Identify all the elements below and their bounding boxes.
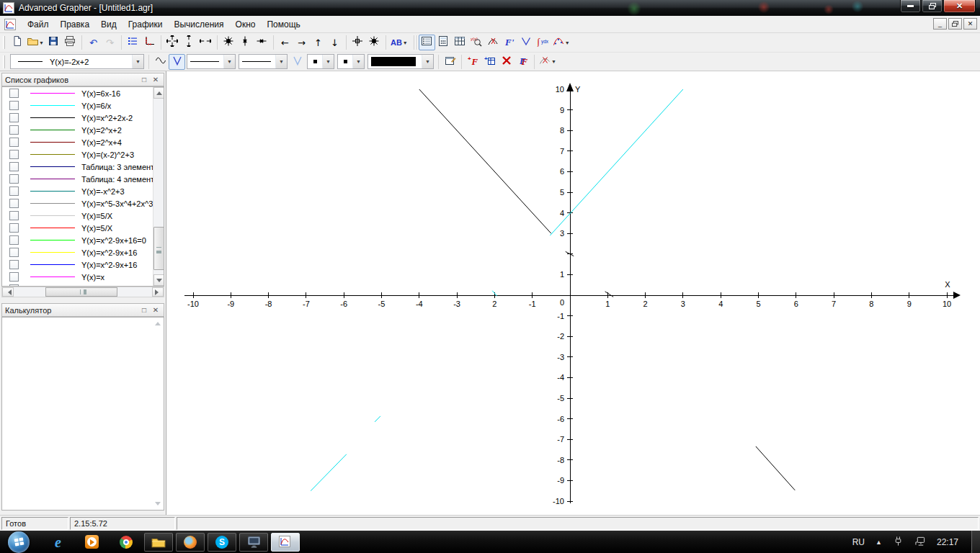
graph-list-item[interactable]: Y(x)=x^2+2x-2 — [2, 112, 164, 124]
graph-list-item[interactable]: Таблица: 3 элементов — [2, 161, 164, 173]
derivative-button[interactable]: F' — [502, 35, 518, 50]
graph-list-item[interactable]: Y(x)=6/x — [2, 99, 164, 112]
line-width-combo[interactable]: ▼ — [239, 54, 288, 69]
graph-visible-checkbox[interactable] — [9, 174, 19, 184]
center-axes-button[interactable] — [349, 35, 366, 50]
function-combo-arrow[interactable]: ▼ — [132, 55, 143, 68]
graph-visible-checkbox[interactable] — [9, 125, 19, 135]
graph-list-item[interactable]: Y(x)=5/X — [2, 210, 164, 222]
network-icon[interactable] — [914, 536, 926, 549]
minimize-button[interactable] — [900, 0, 921, 13]
undo-button[interactable]: ↶ — [85, 35, 102, 50]
toolbar-grip[interactable] — [3, 36, 5, 49]
graph-list-item[interactable]: Y(x)=5/X — [2, 222, 164, 234]
regression-button[interactable]: ▼ — [551, 35, 571, 50]
advanced-grapher-taskbar-button[interactable] — [271, 533, 300, 552]
mdi-minimize-button[interactable]: _ — [933, 18, 947, 30]
point-size-combo[interactable]: ▼ — [337, 54, 365, 69]
graph-visible-checkbox[interactable] — [9, 272, 19, 282]
redo-button[interactable]: ↷ — [102, 35, 118, 50]
move-left-button[interactable]: ← — [277, 35, 293, 50]
graph-visible-checkbox[interactable] — [9, 113, 19, 122]
zoom-in-y-button[interactable] — [237, 35, 254, 50]
calculator-scrollbar[interactable] — [153, 318, 163, 509]
graph-list-item[interactable]: Y(x)=x — [2, 271, 164, 283]
menu-graphs[interactable]: Графики — [122, 17, 169, 32]
labels-button[interactable]: AB▼ — [389, 35, 409, 50]
tray-expand-icon[interactable]: ▲ — [876, 539, 882, 546]
vscroll-thumb[interactable] — [153, 227, 164, 270]
zoom-in-x-button[interactable] — [254, 35, 270, 50]
internet-explorer-icon[interactable]: e — [41, 531, 75, 553]
graph-list-panel-toggle[interactable] — [419, 35, 435, 50]
graph-list-item[interactable]: Таблица: 4 элементов — [2, 173, 164, 185]
calculator-panel[interactable] — [1, 317, 164, 511]
point-style-combo[interactable]: ▼ — [307, 54, 334, 69]
shrink-to-center-button[interactable] — [366, 35, 383, 50]
graph-visible-checkbox[interactable] — [9, 260, 19, 269]
smooth-curve-button[interactable] — [152, 54, 169, 70]
move-down-button[interactable]: ↓ — [326, 35, 343, 50]
move-up-button[interactable]: ↑ — [310, 35, 326, 50]
graph-list-item[interactable]: Y(x)=2^x+2 — [2, 124, 164, 136]
value-trace-button[interactable]: y(x) — [468, 35, 485, 50]
panel-close-icon[interactable]: ✕ — [151, 75, 161, 84]
scroll-left-icon[interactable] — [2, 287, 14, 297]
menu-window[interactable]: Окно — [230, 17, 262, 32]
zoom-in-all-button[interactable] — [220, 35, 237, 50]
integral-button[interactable]: ∫ydx — [535, 35, 551, 50]
edit-function-button[interactable]: FF — [514, 54, 531, 70]
menu-calculations[interactable]: Вычисления — [168, 17, 229, 32]
graph-visible-checkbox[interactable] — [9, 223, 19, 233]
line-color-combo[interactable]: ▼ — [368, 54, 434, 69]
move-right-button[interactable]: → — [293, 35, 310, 50]
graph-list-item[interactable]: Y(x)=x^2-9x+16 — [2, 258, 164, 271]
graph-list-item[interactable]: Y(x)=-x^2+3 — [2, 185, 164, 197]
mdi-close-button[interactable]: ✕ — [963, 18, 977, 30]
graph-visible-checkbox[interactable] — [9, 235, 19, 245]
media-player-icon[interactable] — [75, 531, 109, 553]
menu-view[interactable]: Вид — [95, 17, 122, 32]
graph-visible-checkbox[interactable] — [9, 89, 19, 98]
start-button[interactable] — [8, 531, 30, 553]
graph-visible-checkbox[interactable] — [9, 162, 19, 171]
explorer-taskbar-button[interactable] — [144, 533, 173, 552]
power-plug-icon[interactable] — [893, 536, 904, 549]
graph-list-item[interactable]: Y(x)=(x-2)^2+3 — [2, 148, 164, 161]
plot-curve-button[interactable] — [518, 35, 535, 50]
scroll-down-icon[interactable] — [153, 274, 164, 286]
new-file-button[interactable] — [9, 35, 25, 50]
graph-list-item[interactable]: Y(x)=6x-16 — [2, 87, 164, 99]
close-button[interactable]: ✕ — [943, 0, 976, 13]
plot-canvas[interactable]: YX-10-9-8-7-6-5-4-32-1123456789101098765… — [166, 71, 980, 515]
graph-list-button[interactable] — [125, 35, 141, 50]
line-style-combo[interactable]: ▼ — [187, 54, 236, 69]
language-indicator[interactable]: RU — [852, 537, 865, 547]
delete-graph-button[interactable] — [498, 54, 514, 70]
graph-list-item[interactable]: Y(x)=x^5-3x^4+2x^3-6x^2 — [2, 197, 164, 210]
scroll-right-icon[interactable] — [152, 287, 164, 297]
firefox-taskbar-button[interactable] — [176, 533, 205, 552]
clock[interactable]: 22:17 — [937, 537, 958, 547]
calc-close-icon[interactable]: ✕ — [151, 305, 161, 315]
calculator-panel-toggle[interactable] — [435, 35, 452, 50]
graph-visible-checkbox[interactable] — [9, 199, 19, 208]
add-function-button[interactable]: +F — [465, 54, 481, 70]
toolbar-grip-2[interactable] — [3, 55, 5, 68]
menu-help[interactable]: Помощь — [261, 17, 306, 32]
scroll-up-icon[interactable] — [153, 87, 164, 99]
graph-visible-checkbox[interactable] — [9, 186, 19, 196]
trace-button[interactable]: ▼ — [538, 54, 558, 70]
graph-visible-checkbox[interactable] — [9, 150, 19, 159]
graph-list-item[interactable]: Y(x)=x^2-9x+16 — [2, 246, 164, 258]
print-button[interactable] — [62, 35, 79, 50]
remote-desktop-taskbar-button[interactable] — [239, 533, 268, 552]
calc-float-icon[interactable]: □ — [139, 305, 149, 315]
intersection-button[interactable] — [485, 35, 502, 50]
menu-file[interactable]: Файл — [22, 17, 55, 32]
chrome-icon[interactable] — [109, 531, 143, 553]
menu-edit[interactable]: Правка — [55, 17, 96, 32]
save-button[interactable] — [45, 35, 62, 50]
graph-list-vscrollbar[interactable] — [153, 87, 164, 286]
open-file-button[interactable]: ▼ — [25, 35, 45, 50]
